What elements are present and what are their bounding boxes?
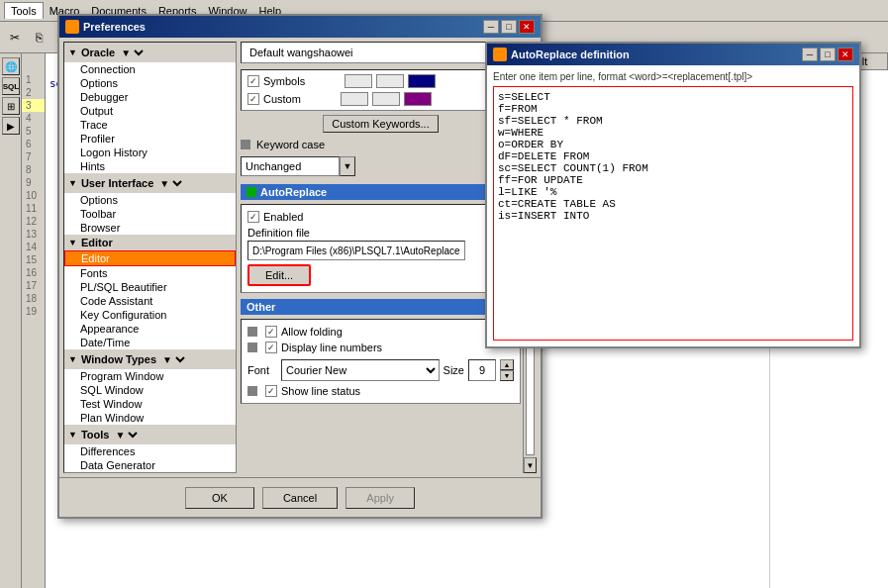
size-up-btn[interactable]: ▲ (500, 359, 514, 370)
tree-code-assistant[interactable]: Code Assistant (64, 294, 236, 308)
scroll-down-btn[interactable]: ▼ (524, 457, 537, 473)
tree-trace[interactable]: Trace (64, 118, 236, 132)
tree-logon-history[interactable]: Logon History (64, 146, 236, 159)
dialog-footer: OK Cancel Apply (59, 477, 541, 517)
tree-plan-window[interactable]: Plan Window (64, 411, 236, 425)
side-panel: 🌐 SQL ⊞ ▶ (0, 53, 22, 588)
preferences-dialog: Preferences ─ □ ✕ ▼ Oracle ▼ Connection (57, 14, 543, 519)
tree-toolbar[interactable]: Toolbar (64, 207, 236, 221)
custom-colors (341, 92, 432, 106)
tree-hints[interactable]: Hints (64, 159, 236, 173)
wt-arrow: ▼ (68, 354, 77, 364)
close-btn[interactable]: ✕ (519, 20, 535, 34)
tree-sql-window[interactable]: SQL Window (64, 383, 236, 397)
color-box-4 (341, 92, 368, 106)
minimize-btn[interactable]: ─ (483, 20, 499, 34)
ui-dropdown[interactable]: ▼ (155, 175, 185, 191)
ok-btn[interactable]: OK (185, 487, 254, 509)
show-line-status-cb[interactable]: ✓ (265, 385, 277, 397)
autoreplace-dialog-content: Enter one item per line, format <word>=<… (487, 65, 859, 346)
autoreplace-section: AutoReplace ✓ Enabled Definition file (241, 184, 521, 293)
tree-editor-header: ▼ Editor (64, 235, 236, 250)
autoreplace-dialog-titlebar: AutoReplace definition ─ □ ✕ (487, 44, 859, 65)
side-icon-4[interactable]: ▶ (2, 117, 20, 135)
profile-select[interactable]: Default wangshaowei (241, 42, 509, 63)
tree-test-window[interactable]: Test Window (64, 397, 236, 411)
toolbar-copy[interactable]: ⎘ (28, 27, 49, 49)
tree-plsql-beautifier[interactable]: PL/SQL Beautifier (64, 280, 236, 294)
side-icon-sql[interactable]: SQL (2, 77, 20, 95)
tree-windowtypes-group: ▼ Window Types ▼ Program Window SQL Wind… (64, 349, 236, 425)
color-box-6 (404, 92, 432, 106)
size-label: Size (444, 364, 464, 376)
tree-browser[interactable]: Browser (64, 221, 236, 235)
tree-connection[interactable]: Connection (64, 62, 236, 76)
keyword-case-arrow[interactable]: ▼ (340, 156, 355, 176)
dialog-content: ▼ Oracle ▼ Connection Options Debugger O… (59, 38, 541, 477)
tree-program-window[interactable]: Program Window (64, 369, 236, 383)
toolbar-cut[interactable]: ✂ (4, 27, 26, 49)
custom-cb[interactable]: ✓ (247, 93, 259, 105)
oracle-dropdown[interactable]: ▼ (117, 45, 147, 60)
display-line-numbers-label: Display line numbers (281, 342, 382, 353)
enabled-label: Enabled (263, 211, 303, 223)
color-box-1 (345, 74, 372, 88)
color-box-5 (372, 92, 400, 106)
show-line-status-label: Show line status (281, 385, 360, 397)
row-numbers: 1 2 3 4 5 6 7 8 9 10 11 12 13 14 15 16 1… (22, 53, 46, 588)
tree-editor-main[interactable]: Editor (64, 250, 236, 266)
custom-keywords-btn[interactable]: Custom Keywords... (323, 115, 438, 133)
edit-btn[interactable]: Edit... (247, 264, 311, 286)
enabled-cb[interactable]: ✓ (247, 211, 259, 223)
maximize-btn[interactable]: □ (501, 20, 517, 34)
custom-row: ✓ Custom (247, 92, 514, 106)
autoreplace-textarea[interactable]: s=SELECT f=FROM sf=SELECT * FROM w=WHERE… (493, 86, 853, 341)
tree-fonts[interactable]: Fonts (64, 266, 236, 280)
ui-arrow: ▼ (68, 178, 77, 188)
side-icon-3[interactable]: ⊞ (2, 97, 20, 115)
display-line-numbers-row: ✓ Display line numbers (247, 342, 514, 353)
display-line-numbers-icon (247, 343, 257, 352)
tree-datetime[interactable]: Date/Time (64, 336, 236, 349)
menu-tools[interactable]: Tools (4, 2, 44, 19)
custom-keywords-row: Custom Keywords... (241, 115, 521, 133)
display-line-numbers-cb[interactable]: ✓ (265, 342, 277, 353)
font-select[interactable]: Courier New (281, 359, 440, 381)
tools-dropdown[interactable]: ▼ (111, 427, 141, 442)
ar-maximize-btn[interactable]: □ (820, 48, 836, 61)
wt-dropdown[interactable]: ▼ (158, 351, 188, 367)
tree-debugger[interactable]: Debugger (64, 90, 236, 104)
symbols-section: ✓ Symbols (241, 69, 521, 111)
def-file-input[interactable] (247, 241, 465, 260)
size-input[interactable] (468, 359, 496, 381)
tree-key-config[interactable]: Key Configuration (64, 308, 236, 322)
symbols-cb[interactable]: ✓ (247, 75, 259, 87)
size-down-btn[interactable]: ▼ (500, 370, 514, 381)
autoreplace-definition-dialog: AutoReplace definition ─ □ ✕ Enter one i… (485, 42, 861, 348)
keyword-case-input[interactable] (241, 156, 340, 176)
tree-appearance[interactable]: Appearance (64, 322, 236, 336)
ar-close-btn[interactable]: ✕ (838, 48, 853, 61)
size-arrows: ▲ ▼ (500, 359, 514, 381)
allow-folding-label: Allow folding (281, 326, 343, 338)
allow-folding-row: ✓ Allow folding (247, 326, 514, 338)
ar-minimize-btn[interactable]: ─ (802, 48, 818, 61)
tree-profiler[interactable]: Profiler (64, 132, 236, 146)
apply-btn[interactable]: Apply (345, 487, 415, 509)
ar-titlebar-controls: ─ □ ✕ (802, 48, 853, 61)
tree-data-generator[interactable]: Data Generator (64, 458, 236, 472)
side-icon-1[interactable]: 🌐 (2, 57, 20, 75)
tree-differences[interactable]: Differences (64, 444, 236, 458)
cancel-btn[interactable]: Cancel (262, 487, 338, 509)
tree-tools-header: ▼ Tools ▼ (64, 425, 236, 444)
autoreplace-content: ✓ Enabled Definition file Edit... (241, 204, 521, 293)
tree-options[interactable]: Options (64, 76, 236, 90)
keyword-combo-row: ▼ (241, 156, 521, 176)
tree-ui-options[interactable]: Options (64, 193, 236, 207)
allow-folding-cb[interactable]: ✓ (265, 326, 277, 338)
other-content: ✓ Allow folding ✓ Display line numbers (241, 319, 521, 404)
tree-output[interactable]: Output (64, 104, 236, 118)
tree-windowtypes-header: ▼ Window Types ▼ (64, 349, 236, 369)
enabled-row: ✓ Enabled (247, 211, 514, 223)
color-box-2 (376, 74, 404, 88)
